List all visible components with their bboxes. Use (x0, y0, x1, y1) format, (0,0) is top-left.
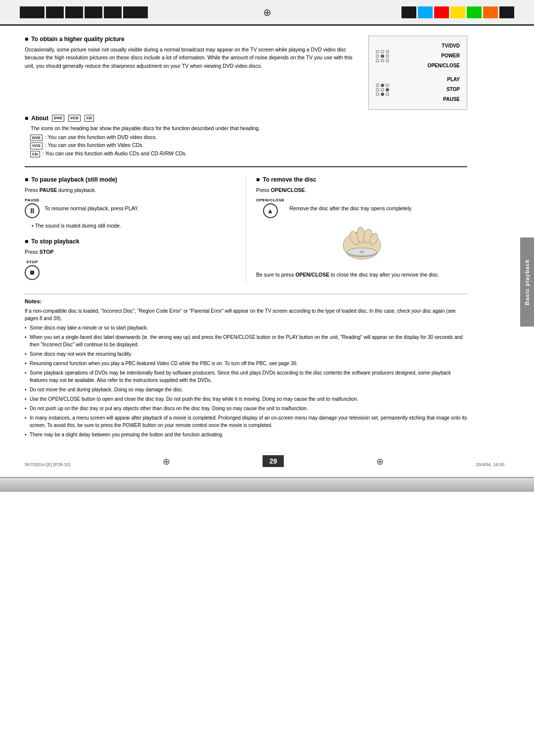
color-block-orange (483, 6, 498, 18)
note-item-9: In many instances, a menu screen will ap… (25, 414, 467, 429)
remote-labels-right: TV/DVD POWER OPEN/CLOSE (427, 41, 460, 71)
color-block-green (467, 6, 482, 18)
remote-dot (386, 50, 389, 53)
header-block-5 (104, 6, 122, 18)
higher-quality-body: Occasionally, some picture noise not usu… (25, 46, 354, 70)
remove-press-text: Press OPEN/CLOSE. (256, 186, 467, 194)
open-close-button-icon: ▲ (263, 203, 278, 218)
higher-quality-heading: To obtain a higher quality picture (25, 36, 354, 43)
header-block-4 (85, 6, 102, 18)
remote-dot (381, 54, 384, 58)
header-color-blocks (401, 6, 514, 18)
remote-dot (386, 84, 389, 87)
remote-dots-area (376, 50, 389, 62)
disc-tray-svg (327, 223, 397, 268)
remote-pause-label: PAUSE (443, 94, 460, 104)
note-item-4: Resuming cannot function when you play a… (25, 360, 467, 367)
stop-press-text: Press STOP. (25, 248, 236, 256)
remote-power-label: POWER (427, 51, 460, 61)
remote-illustration: TV/DVD POWER OPEN/CLOSE (368, 36, 467, 110)
remote-dot (376, 54, 379, 58)
about-vcd-badge: VCD (30, 142, 43, 149)
note-item-10: There may be a slight delay between you … (25, 431, 467, 438)
header-decoration: ⊕ (0, 0, 534, 26)
left-column: To pause playback (still mode) Press PAU… (25, 176, 236, 284)
side-tab-basic-playback: Basic playback (520, 237, 534, 327)
open-close-icon-row: OPEN/CLOSE ▲ Remove the disc after the d… (256, 198, 467, 218)
remote-openclose-label: OPEN/CLOSE (427, 61, 460, 71)
remote-dot (376, 93, 379, 96)
cd-badge: CD (85, 115, 94, 121)
pause-icon-box: PAUSE ⏸ (25, 198, 40, 218)
higher-quality-section: To obtain a higher quality picture Occas… (25, 36, 354, 72)
note-item-3: Some discs may not work the resuming fac… (25, 350, 467, 358)
about-heading: About DVD VCD CD (25, 115, 467, 122)
header-block-1 (20, 6, 44, 18)
middle-grid: To pause playback (still mode) Press PAU… (25, 176, 467, 284)
vcd-badge: VCD (68, 115, 81, 121)
header-block-2 (46, 6, 64, 18)
remote-tv-dvd-label: TV/DVD (427, 41, 460, 51)
note-item-0: If a non-compatible disc is loaded, "Inc… (25, 307, 467, 322)
remote-dot (381, 93, 384, 96)
note-item-2: When you set a single-faced disc label d… (25, 333, 467, 348)
about-dvd-badge: DVD (30, 135, 43, 141)
stop-icon-box: STOP ⏹ (25, 260, 40, 280)
remote-dot (376, 84, 379, 87)
remote-play-label: PLAY (443, 75, 460, 85)
svg-point-7 (359, 251, 364, 253)
remote-dot (376, 50, 379, 53)
remote-dot (386, 93, 389, 96)
pause-button-icon: ⏸ (25, 203, 40, 218)
stop-section: To stop playback Press STOP. STOP ⏹ (25, 238, 236, 280)
pause-press-text: Press PAUSE during playback. (25, 186, 236, 194)
note-item-7: Use the OPEN/CLOSE button to open and cl… (25, 395, 467, 403)
about-cd-badge: CD (30, 151, 40, 157)
remote-dot (386, 54, 389, 58)
disc-tray-illustration (256, 223, 467, 269)
remote-dot (376, 59, 379, 62)
about-cd-item: CD : You can use this function with Audi… (30, 150, 467, 157)
remote-dot (386, 59, 389, 62)
remote-dots-area2 (376, 84, 389, 96)
header-block-6 (123, 6, 148, 18)
remove-disc-text: Remove the disc after the disc tray open… (289, 205, 412, 211)
color-block-red (434, 6, 449, 18)
about-vcd-item: VCD : You can use this function with Vid… (30, 142, 467, 149)
stop-icon-row: STOP ⏹ (25, 260, 236, 280)
open-close-icon-box: OPEN/CLOSE ▲ (256, 198, 284, 218)
color-block-black (401, 6, 416, 18)
stop-label: STOP (26, 260, 38, 264)
pause-resume-text: To resume normal playback, press PLAY. (44, 205, 138, 211)
section-divider-1 (25, 166, 467, 167)
notes-heading: Notes: (25, 298, 467, 304)
footer-right-text: 20/4/04, 16:00 (476, 462, 504, 467)
remote-stop-label: STOP (443, 85, 460, 94)
remote-dot (386, 88, 389, 92)
footer-left-text: 5K70201A [E] (P28-32) (25, 462, 71, 467)
open-close-label: OPEN/CLOSE (256, 198, 284, 202)
footer-crosshair-left: ⊕ (163, 456, 170, 467)
remote-dot (381, 84, 384, 87)
remote-dot (381, 50, 384, 53)
about-dvd-item: DVD : You can use this function with DVD… (30, 134, 467, 141)
about-intro: The icons on the heading bar show the pl… (31, 124, 467, 132)
about-section: About DVD VCD CD The icons on the headin… (25, 115, 467, 157)
page-number: 29 (263, 455, 284, 467)
pause-heading: To pause playback (still mode) (25, 176, 236, 183)
notes-section: Notes: If a non-compatible disc is loade… (25, 294, 467, 438)
remote-dot (381, 88, 384, 92)
stop-button-icon: ⏹ (25, 265, 40, 280)
pause-section: To pause playback (still mode) Press PAU… (25, 176, 236, 230)
color-block-blue (418, 6, 433, 18)
remote-dot (376, 88, 379, 92)
bottom-decoration (0, 477, 534, 492)
page-footer: 5K70201A [E] (P28-32) ⊕ 29 ⊕ 20/4/04, 16… (0, 450, 534, 477)
header-crosshair: ⊕ (263, 6, 271, 18)
stop-heading: To stop playback (25, 238, 236, 245)
note-item-6: Do not move the unit during playback. Do… (25, 386, 467, 393)
note-item-1: Some discs may take a minute or so to st… (25, 324, 467, 331)
remove-note: Be sure to press OPEN/CLOSE to close the… (256, 271, 467, 279)
note-item-8: Do not push up on the disc tray or put a… (25, 405, 467, 412)
pause-bullet: • The sound is muted during still mode. (32, 222, 236, 230)
